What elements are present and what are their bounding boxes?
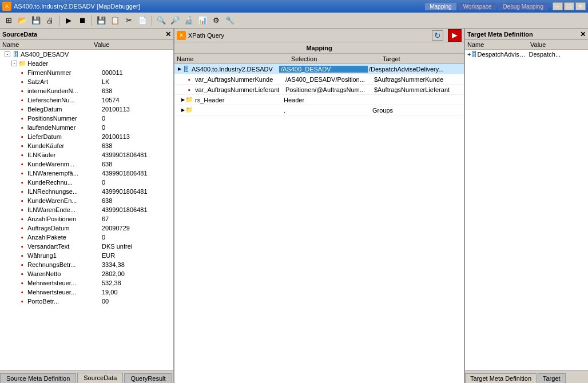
list-item[interactable]: ▪ ILNWarenEnde... 4399901806481 <box>0 205 173 214</box>
toolbar-btn-save[interactable]: 💾 <box>30 14 42 27</box>
list-item[interactable]: ▪ KundeWarenEn... 638 <box>0 196 173 205</box>
list-item[interactable]: ▪ RechnungsBetr... 3334,38 <box>0 260 173 269</box>
field-name: LieferscheinNu... <box>27 97 102 103</box>
list-item[interactable]: ▪ BelegDatum 20100113 <box>0 105 173 114</box>
tab-source-data[interactable]: SourceData <box>77 373 123 383</box>
field-name: VersandartText <box>27 243 102 250</box>
field-name: KundeWarenm... <box>27 161 102 167</box>
expand-root[interactable]: - <box>5 51 10 57</box>
list-item[interactable]: ▪ AnzahlPositionen 67 <box>0 214 173 224</box>
list-item[interactable]: ▪ KundeKäufer 638 <box>0 141 173 150</box>
mapping-name-header: rs_Header <box>194 97 283 103</box>
mapping-row-groups[interactable]: ▶ 📁 . Groups <box>174 105 464 115</box>
list-item[interactable]: ▪ VersandartText DKS unfrei <box>0 242 173 251</box>
toolbar-btn-open[interactable]: 📂 <box>16 14 29 27</box>
list-item[interactable]: ▪ Mehrwertsteuer... 19,00 <box>0 288 173 297</box>
xpath-icon: X <box>177 31 186 40</box>
toolbar-btn-zoom[interactable]: 🔎 <box>169 14 181 27</box>
tab3[interactable]: Debug Mapping <box>498 3 548 10</box>
field-icon: ▪ <box>18 142 26 150</box>
list-item[interactable]: ▪ AuftragsDatum 20090729 <box>0 224 173 233</box>
expand-header[interactable]: - <box>11 61 17 66</box>
list-item[interactable]: ▪ WarenNetto 2802,00 <box>0 269 173 278</box>
field-icon: ▪ <box>18 224 26 232</box>
field-value: 3334,38 <box>102 261 173 268</box>
toolbar-btn-new[interactable]: ⊞ <box>2 14 15 27</box>
mapping-row-root[interactable]: ▶ 🗄 AS400.to.Industry2.DESADV /AS400_DES… <box>174 64 464 74</box>
window-controls: − □ ✕ <box>553 2 586 10</box>
toolbar-btn-tools[interactable]: 🔧 <box>224 14 236 27</box>
toolbar-btn-cut[interactable]: ✂ <box>122 14 135 27</box>
tree-row-root[interactable]: - 🗄 AS400_DESADV <box>0 50 173 59</box>
toolbar-btn-chart[interactable]: 📊 <box>196 14 209 27</box>
field-value: LK <box>102 78 173 85</box>
maximize-button[interactable]: □ <box>564 2 574 10</box>
field-icon: ▪ <box>18 133 26 141</box>
field-icon: ▪ <box>18 187 26 196</box>
field-value: 67 <box>102 216 173 222</box>
right-tree-row-root[interactable]: + 🗄 DespatchAdviseDeli... Despatch... <box>465 50 588 59</box>
toolbar-btn-paste[interactable]: 📄 <box>136 14 149 27</box>
minimize-button[interactable]: − <box>553 2 563 10</box>
toolbar-btn-debug[interactable]: 🔬 <box>182 14 195 27</box>
field-name: Mehrwertsteuer... <box>27 289 102 296</box>
list-item[interactable]: ▪ interneKundenN... 638 <box>0 86 173 95</box>
list-item[interactable]: ▪ PortoBetr... 00 <box>0 297 173 306</box>
mapping-row-var1[interactable]: ▪ var_AuftragsNummerKunde /AS400_DESADV/… <box>174 74 464 85</box>
list-item[interactable]: ▪ KundeRechnu... 0 <box>0 178 173 187</box>
list-item[interactable]: ▪ LieferscheinNu... 10574 <box>0 95 173 105</box>
toolbar-btn-copy[interactable]: 📋 <box>109 14 121 27</box>
field-icon: ▪ <box>18 233 26 241</box>
mapping-target-root: /DespatchAdviseDelivery... <box>368 66 464 73</box>
right-panel-close[interactable]: ✕ <box>580 30 586 38</box>
tree-item-name-header: Header <box>27 60 102 67</box>
refresh-button[interactable]: ↻ <box>432 30 443 41</box>
xpath-label: XPath Query <box>188 32 224 39</box>
expand-tri-groups[interactable]: ▶ <box>181 107 185 113</box>
mapping-column-headers: Name Selection Target <box>174 54 464 64</box>
tab-target[interactable]: Target <box>538 373 566 383</box>
close-button[interactable]: ✕ <box>575 2 586 10</box>
toolbar-btn-print[interactable]: 🖨 <box>43 14 56 27</box>
expand-tri-header[interactable]: ▶ <box>181 97 185 102</box>
list-item[interactable]: ▪ Währung1 EUR <box>0 251 173 260</box>
list-item[interactable]: ▪ LieferDatum 20100113 <box>0 132 173 141</box>
tab1[interactable]: Mapping <box>425 3 456 10</box>
mapping-name-var2: var_AuftragsNummerLieferant <box>194 86 284 93</box>
tab-query-result[interactable]: QueryResult <box>124 373 172 383</box>
toolbar-btn-play[interactable]: ▶ <box>62 14 75 27</box>
field-name: ILNWarenEnde... <box>27 206 102 213</box>
mapping-arrow-button[interactable]: ► <box>448 29 462 42</box>
field-icon: ▪ <box>18 151 26 159</box>
source-data-close[interactable]: ✕ <box>165 30 171 38</box>
toolbar-btn-floppy[interactable]: 💾 <box>95 14 108 27</box>
tree-row-header[interactable]: - 📁 Header <box>0 59 173 68</box>
expand-tri-root[interactable]: ▶ <box>178 66 181 71</box>
window-title: AS400.to.Industry2.DESADV [MapDebugger] <box>14 3 425 10</box>
list-item[interactable]: ▪ ILNWarenempfä... 4399901806481 <box>0 169 173 178</box>
list-item[interactable]: ▪ SatzArt LK <box>0 77 173 86</box>
mapping-row-header[interactable]: ▶ 📁 rs_Header Header <box>174 95 464 105</box>
right-node-name: DespatchAdviseDeli... <box>477 51 529 58</box>
field-value: 0 <box>102 234 173 241</box>
list-item[interactable]: ▪ KundeWarenm... 638 <box>0 159 173 169</box>
main-toolbar: ⊞ 📂 💾 🖨 ▶ ⏹ 💾 📋 ✂ 📄 🔍 🔎 🔬 📊 ⚙ 🔧 <box>0 13 588 29</box>
toolbar-btn-find[interactable]: 🔍 <box>155 14 168 27</box>
field-icon: ▪ <box>18 215 26 223</box>
toolbar-btn-stop[interactable]: ⏹ <box>76 14 89 27</box>
mapping-row-var2[interactable]: ▪ var_AuftragsNummerLieferant Positionen… <box>174 85 464 95</box>
list-item[interactable]: ▪ ILNKäufer 4399901806481 <box>0 150 173 159</box>
list-item[interactable]: ▪ ILNRechnungse... 4399901806481 <box>0 187 173 196</box>
tab-source-meta[interactable]: Source Meta Definition <box>0 373 76 383</box>
folder-icon-header: 📁 <box>18 59 26 67</box>
toolbar-btn-settings[interactable]: ⚙ <box>210 14 223 27</box>
list-item[interactable]: ▪ PositionsNummer 0 <box>0 114 173 123</box>
field-icon: ▪ <box>18 169 26 177</box>
list-item[interactable]: ▪ laufendeNummer 0 <box>0 123 173 132</box>
tab2[interactable]: Workspace <box>459 3 496 10</box>
list-item[interactable]: ▪ AnzahlPakete 0 <box>0 233 173 242</box>
list-item[interactable]: ▪ FirmenNummer 000011 <box>0 68 173 77</box>
field-icon: ▪ <box>18 197 26 205</box>
list-item[interactable]: ▪ Mehrwertsteuer... 532,38 <box>0 278 173 288</box>
tab-target-meta[interactable]: Target Meta Definition <box>465 373 537 383</box>
